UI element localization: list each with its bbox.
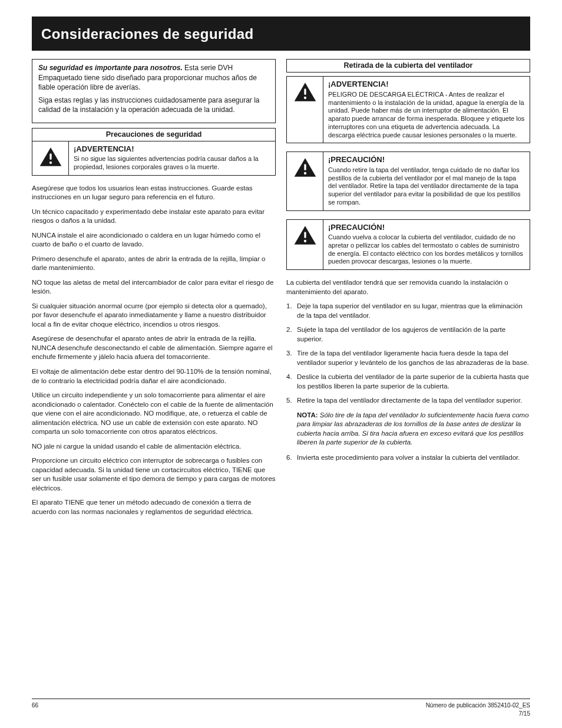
- step-num: 5.: [286, 396, 292, 406]
- svg-point-1: [49, 162, 51, 164]
- step-text: Invierta este procedimiento para volver …: [297, 454, 520, 461]
- step-6: 6. Invierta este procedimiento para volv…: [286, 453, 530, 463]
- page-title: Consideraciones de seguridad: [41, 25, 521, 44]
- warning-icon-cell: [32, 141, 69, 175]
- left-p9: Utilice un circuito independiente y un s…: [32, 391, 276, 437]
- step-num: 4.: [286, 373, 292, 382]
- left-p6: Si cualquier situación anormal ocurre (p…: [32, 302, 276, 330]
- left-p8: El voltaje de alimentación debe estar de…: [32, 367, 276, 386]
- left-column: Su seguridad es importante para nosotros…: [32, 59, 276, 522]
- step-num: 1.: [286, 302, 292, 311]
- warning-title: ¡ADVERTENCIA!: [74, 144, 270, 154]
- warning-icon-cell: [287, 77, 323, 143]
- left-p5: NO toque las aletas de metal del interca…: [32, 278, 276, 297]
- warning-icon-cell: [287, 152, 323, 210]
- left-p7: Asegúrese de desenchufar el aparato ante…: [32, 334, 276, 362]
- caution-box-r3: ¡PRECAUCIÓN! Cuando vuelva a colocar la …: [286, 219, 530, 271]
- header-bar: Consideraciones de seguridad: [32, 17, 530, 51]
- footer-pub-label: Número de publicación: [426, 702, 486, 709]
- alert-triangle-icon: [293, 81, 317, 103]
- warning-body: Si no sigue las siguientes advertencias …: [74, 155, 270, 172]
- left-p11: Proporcione un circuito eléctrico con in…: [32, 456, 276, 493]
- caution-body: Cuando vuelva a colocar la cubierta del …: [328, 233, 525, 266]
- caution-title: ¡PRECAUCIÓN!: [328, 222, 525, 233]
- intro-emphasis: Su seguridad es importante para nosotros…: [38, 64, 183, 72]
- warning-text-cell: ¡PRECAUCIÓN! Cuando vuelva a colocar la …: [323, 220, 530, 270]
- step-text: Tire de la tapa del ventilador ligeramen…: [297, 350, 529, 366]
- footer-right: Número de publicación 3852410-02_ES 7/15: [426, 701, 530, 717]
- section-title-left: Precauciones de seguridad: [32, 128, 276, 141]
- step-text: Deslice la cubierta del ventilador de la…: [297, 373, 529, 390]
- note-label: NOTA:: [297, 411, 318, 419]
- svg-rect-2: [304, 88, 306, 95]
- step-4: 4. Deslice la cubierta del ventilador de…: [286, 373, 530, 391]
- alert-triangle-icon: [293, 157, 317, 178]
- warning-text-cell: ¡ADVERTENCIA! Si no sigue las siguientes…: [69, 141, 275, 175]
- svg-rect-4: [304, 164, 306, 170]
- content-columns: Su seguridad es importante para nosotros…: [32, 59, 530, 522]
- step-num: 6.: [286, 453, 292, 463]
- footer-date: 7/15: [519, 710, 530, 717]
- warning-text-cell: ¡ADVERTENCIA! PELIGRO DE DESCARGA ELÉCTR…: [323, 77, 530, 143]
- page-footer: 66 Número de publicación 3852410-02_ES 7…: [32, 699, 530, 717]
- footer-pub-num: 3852410-02_ES: [488, 702, 530, 709]
- intro-paragraph-1: Su seguridad es importante para nosotros…: [38, 63, 269, 92]
- step-num: 2.: [286, 325, 292, 335]
- right-intro: La cubierta del ventilador tendrá que se…: [286, 278, 530, 297]
- svg-rect-6: [304, 232, 306, 238]
- left-p2: Un técnico capacitado y experimentado de…: [32, 207, 276, 226]
- svg-rect-0: [49, 153, 51, 160]
- warning-icon-cell: [287, 220, 323, 270]
- svg-point-3: [303, 97, 306, 99]
- note-text: Sólo tire de la tapa del ventilador lo s…: [297, 411, 529, 446]
- caution-title: ¡PRECAUCIÓN!: [328, 154, 525, 165]
- left-p4: Primero desenchufe el aparato, antes de …: [32, 255, 276, 273]
- left-p12: El aparato TIENE que tener un método ade…: [32, 498, 276, 516]
- caution-box-r2: ¡PRECAUCIÓN! Cuando retire la tapa del v…: [286, 151, 530, 210]
- alert-triangle-icon: [39, 146, 62, 167]
- left-p3: NUNCA instale el aire acondicionado o ca…: [32, 231, 276, 249]
- step-2: 2. Sujete la tapa del ventilador de los …: [286, 325, 530, 344]
- svg-point-5: [303, 172, 306, 174]
- warning-body: PELIGRO DE DESCARGA ELÉCTRICA - Antes de…: [328, 91, 525, 140]
- right-body-text: La cubierta del ventilador tendrá que se…: [286, 278, 530, 462]
- step-num: 3.: [286, 349, 292, 358]
- intro-paragraph-2: Siga estas reglas y las instrucciones cu…: [38, 95, 269, 114]
- note: NOTA: Sólo tire de la tapa del ventilado…: [286, 411, 530, 447]
- step-text: Retire la tapa del ventilador directamen…: [297, 397, 522, 404]
- caution-body: Cuando retire la tapa del ventilador, te…: [328, 166, 525, 207]
- section-title-right: Retirada de la cubierta del ventilador: [286, 59, 530, 73]
- footer-page-number: 66: [32, 701, 38, 717]
- step-text: Sujete la tapa del ventilador de los agu…: [297, 326, 505, 342]
- left-p1: Asegúrese que todos los usuarios lean es…: [32, 184, 276, 202]
- step-3: 3. Tire de la tapa del ventilador ligera…: [286, 349, 530, 367]
- step-1: 1. Deje la tapa superior del ventilador …: [286, 302, 530, 320]
- step-5: 5. Retire la tapa del ventilador directa…: [286, 396, 530, 406]
- svg-point-7: [303, 239, 306, 242]
- left-p10: NO jale ni cargue la unidad usando el ca…: [32, 442, 276, 452]
- page: Consideraciones de seguridad Su segurida…: [0, 0, 562, 728]
- right-column: Retirada de la cubierta del ventilador ¡…: [286, 59, 530, 522]
- warning-text-cell: ¡PRECAUCIÓN! Cuando retire la tapa del v…: [323, 152, 530, 210]
- left-body-text: Asegúrese que todos los usuarios lean es…: [32, 184, 276, 516]
- warning-box-left: ¡ADVERTENCIA! Si no sigue las siguientes…: [32, 141, 276, 176]
- intro-box: Su seguridad es importante para nosotros…: [32, 59, 276, 123]
- warning-title: ¡ADVERTENCIA!: [328, 79, 525, 90]
- step-text: Deje la tapa superior del ventilador en …: [297, 302, 523, 319]
- alert-triangle-icon: [293, 225, 317, 246]
- warning-box-r1: ¡ADVERTENCIA! PELIGRO DE DESCARGA ELÉCTR…: [286, 76, 530, 143]
